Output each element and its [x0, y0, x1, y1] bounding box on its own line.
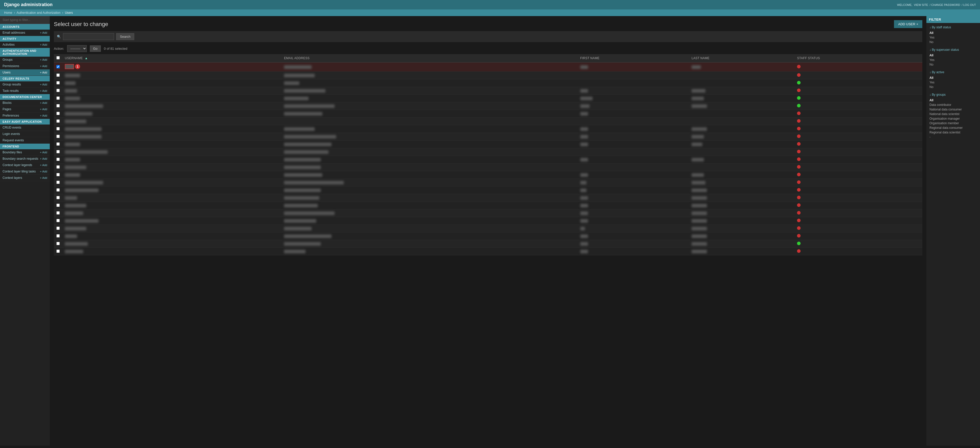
sidebar-item[interactable]: Activities+ Add — [0, 41, 50, 48]
row-username[interactable]: xxxxxxxxxxxx — [62, 248, 282, 256]
action-select[interactable]: --------- — [67, 45, 87, 52]
sidebar-item-link[interactable]: Permissions — [3, 64, 19, 68]
row-checkbox-cell[interactable] — [54, 72, 62, 79]
row-checkbox-cell[interactable] — [54, 125, 62, 133]
row-checkbox-cell[interactable] — [54, 62, 62, 72]
row-checkbox[interactable] — [56, 81, 60, 84]
row-checkbox-cell[interactable] — [54, 141, 62, 148]
row-checkbox-cell[interactable] — [54, 164, 62, 171]
row-checkbox-cell[interactable] — [54, 95, 62, 102]
filter-section-title[interactable]: ↓ By superuser status — [929, 48, 977, 52]
filter-link[interactable]: Regional data scientist — [929, 130, 977, 135]
row-checkbox-cell[interactable] — [54, 102, 62, 110]
row-username[interactable]: xxxxxxxxxxxxxxxxxxxxxxxxx — [62, 102, 282, 110]
sidebar-add-link[interactable]: + Add — [40, 71, 47, 74]
row-username[interactable]: xxxxxxxx — [62, 87, 282, 95]
row-checkbox-cell[interactable] — [54, 171, 62, 179]
sidebar-add-link[interactable]: + Add — [40, 83, 47, 86]
sidebar-item[interactable]: Request events — [0, 137, 50, 144]
row-checkbox[interactable] — [56, 234, 60, 238]
row-checkbox-cell[interactable] — [54, 248, 62, 256]
row-checkbox-cell[interactable] — [54, 179, 62, 186]
view-site-link[interactable]: VIEW SITE — [914, 3, 928, 6]
row-checkbox-cell[interactable] — [54, 202, 62, 210]
row-checkbox-cell[interactable] — [54, 194, 62, 202]
sidebar-add-link[interactable]: + Add — [40, 101, 47, 104]
row-username[interactable]: xxxxxxxxxxxxxxx — [62, 240, 282, 248]
sidebar-item-link[interactable]: Activities — [3, 43, 14, 46]
row-checkbox-cell[interactable] — [54, 79, 62, 87]
row-checkbox-cell[interactable] — [54, 156, 62, 164]
col-username[interactable]: USERNAME ▲ — [62, 54, 282, 62]
sidebar-item[interactable]: Context layers+ Add — [0, 175, 50, 181]
row-checkbox[interactable] — [56, 89, 60, 92]
sidebar-item-link[interactable]: Boundary files — [3, 151, 22, 154]
sidebar-add-link[interactable]: + Add — [40, 157, 47, 160]
row-username[interactable]: xxxxxxxxxxxxxx — [62, 225, 282, 232]
row-username[interactable]: xxxxxxxxxxxx — [62, 210, 282, 217]
sidebar-add-link[interactable]: + Add — [40, 114, 47, 117]
sidebar-item-link[interactable]: Context layers — [3, 176, 22, 180]
filter-section-title[interactable]: ↓ By staff status — [929, 25, 977, 29]
row-checkbox[interactable] — [56, 203, 60, 207]
change-password-link[interactable]: CHANGE PASSWORD — [931, 3, 960, 6]
sidebar-add-link[interactable]: + Add — [40, 43, 47, 46]
sidebar-item[interactable]: Login events — [0, 131, 50, 137]
row-checkbox-cell[interactable] — [54, 87, 62, 95]
row-checkbox[interactable] — [56, 211, 60, 214]
sidebar-add-link[interactable]: + Add — [40, 151, 47, 154]
sidebar-item[interactable]: Task results+ Add — [0, 88, 50, 94]
row-checkbox-cell[interactable] — [54, 148, 62, 156]
filter-section-title[interactable]: ↓ By active — [929, 70, 977, 74]
row-checkbox[interactable] — [56, 173, 60, 176]
search-input[interactable] — [63, 33, 114, 40]
sidebar-item[interactable]: Pages+ Add — [0, 106, 50, 113]
row-checkbox[interactable] — [56, 142, 60, 146]
filter-link[interactable]: Yes — [929, 80, 977, 85]
filter-link[interactable]: Organisation manager — [929, 116, 977, 121]
row-checkbox-cell[interactable] — [54, 225, 62, 232]
row-username[interactable]: 1 — [62, 62, 282, 72]
row-username[interactable]: xxxxxxxxxxxxxxxxxxxxxxxxx — [62, 179, 282, 186]
log-out-link[interactable]: LOG OUT — [963, 3, 976, 6]
sidebar-item[interactable]: Boundary search requests+ Add — [0, 156, 50, 162]
sidebar-item-link[interactable]: Request events — [3, 138, 24, 142]
sidebar-add-link[interactable]: + Add — [40, 65, 47, 68]
select-all-checkbox[interactable] — [56, 56, 60, 59]
filter-link[interactable]: All — [929, 31, 977, 35]
row-username[interactable]: xxxxxxxxxxxxxxxxxxxxxx — [62, 217, 282, 225]
row-checkbox[interactable] — [56, 227, 60, 230]
sidebar-add-link[interactable]: + Add — [40, 108, 47, 111]
filter-link[interactable]: National data consumer — [929, 107, 977, 112]
row-username[interactable]: xxxxxxxxxxxxxx — [62, 202, 282, 210]
row-checkbox-cell[interactable] — [54, 210, 62, 217]
row-checkbox[interactable] — [56, 242, 60, 245]
sidebar-item[interactable]: CRUD events — [0, 124, 50, 131]
sidebar-add-link[interactable]: + Add — [40, 58, 47, 61]
row-username[interactable]: xxxxxxxxxx — [62, 156, 282, 164]
row-username[interactable]: xxxxxxxxxxxxxxxxxxxxxxxx — [62, 133, 282, 141]
sidebar-filter-input[interactable] — [0, 16, 50, 24]
row-checkbox-cell[interactable] — [54, 118, 62, 125]
sidebar-add-link[interactable]: + Add — [40, 170, 47, 173]
sidebar-add-link[interactable]: + Add — [40, 89, 47, 92]
row-checkbox[interactable] — [56, 249, 60, 253]
row-username[interactable]: xxxxxxxx — [62, 194, 282, 202]
add-user-button[interactable]: ADD USER + — [894, 20, 922, 28]
filter-link[interactable]: Yes — [929, 58, 977, 62]
sidebar-item[interactable]: Email addresses+ Add — [0, 30, 50, 36]
sidebar-item-link[interactable]: Group results — [3, 83, 21, 86]
filter-link[interactable]: - — [929, 135, 977, 139]
sidebar-add-link[interactable]: + Add — [40, 176, 47, 180]
filter-section-title[interactable]: ↓ By groups — [929, 93, 977, 97]
row-checkbox-cell[interactable] — [54, 133, 62, 141]
sidebar-item[interactable]: Boundary files+ Add — [0, 149, 50, 156]
filter-link[interactable]: All — [929, 76, 977, 80]
row-checkbox-cell[interactable] — [54, 217, 62, 225]
row-checkbox-cell[interactable] — [54, 186, 62, 194]
row-checkbox[interactable] — [56, 188, 60, 192]
sidebar-item-link[interactable]: Preferences — [3, 114, 19, 118]
row-checkbox-cell[interactable] — [54, 232, 62, 240]
row-checkbox[interactable] — [56, 104, 60, 107]
row-checkbox[interactable] — [56, 97, 60, 100]
